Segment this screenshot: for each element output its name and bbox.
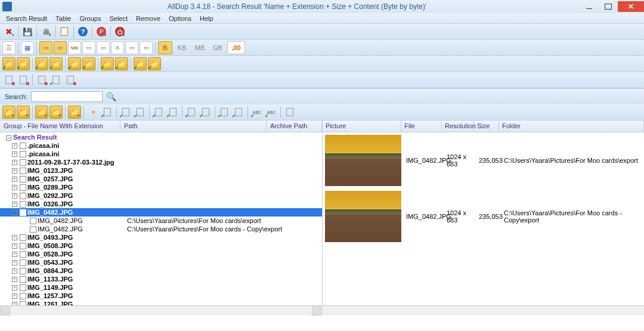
unit-b-button[interactable]: B bbox=[158, 41, 172, 54]
remove-btn-4[interactable]: ✔ bbox=[49, 73, 63, 86]
hdr-size[interactable]: Size bbox=[474, 120, 499, 132]
sel-btn-4[interactable]: 📁 bbox=[49, 106, 63, 119]
sel-page-5[interactable]: ✔ bbox=[166, 106, 179, 119]
unit-kb-button[interactable]: KB bbox=[174, 41, 190, 54]
expand-icon[interactable]: + bbox=[12, 293, 17, 299]
tree-group[interactable]: +IMG_0123.JPG bbox=[0, 166, 322, 175]
tree-group[interactable]: +IMG_0508.JPG bbox=[0, 242, 322, 250]
collapse-icon[interactable]: − bbox=[12, 210, 17, 215]
expand-icon[interactable]: + bbox=[12, 160, 17, 165]
expand-icon[interactable]: + bbox=[12, 185, 17, 190]
menu-search-result[interactable]: Search Result bbox=[2, 14, 51, 23]
scroll-right-button[interactable] bbox=[312, 307, 322, 315]
power-button[interactable]: ⏻ bbox=[113, 25, 126, 38]
expand-icon[interactable]: + bbox=[12, 168, 17, 174]
h-scrollbar[interactable] bbox=[0, 305, 644, 315]
checkbox[interactable] bbox=[20, 276, 26, 283]
help-button[interactable]: ? bbox=[76, 25, 89, 38]
expand-icon[interactable]: + bbox=[12, 252, 17, 257]
folder-btn-9[interactable]: 📁✔ bbox=[134, 57, 147, 70]
checkbox[interactable] bbox=[20, 201, 26, 208]
tree-group[interactable]: +IMG_1257.JPG bbox=[0, 292, 322, 300]
expand-icon[interactable]: + bbox=[12, 302, 17, 306]
col-a-button[interactable]: A bbox=[111, 41, 124, 54]
remove-btn-1[interactable]: ✖ bbox=[2, 73, 16, 86]
expand-icon[interactable]: + bbox=[12, 285, 17, 290]
checkbox[interactable] bbox=[20, 243, 26, 249]
sel-page-2[interactable]: ✔ bbox=[119, 106, 132, 119]
detail-row[interactable]: IMG_0482.JPG1024 x 683235,053C:\Users\Ya… bbox=[323, 188, 644, 245]
col-mb-button[interactable]: MB bbox=[68, 41, 81, 54]
tree-group[interactable]: +IMG_1261.JPG bbox=[0, 300, 322, 305]
col-btn-5[interactable]: ▭ bbox=[97, 41, 110, 54]
save-button[interactable]: 💾 bbox=[21, 25, 34, 38]
sel-btn-1[interactable]: 📁 bbox=[2, 106, 16, 119]
col-btn-1[interactable]: ▭ bbox=[39, 41, 52, 54]
pinterest-button[interactable]: P bbox=[95, 25, 108, 38]
folder-btn-4[interactable]: 📁✔ bbox=[49, 57, 63, 70]
col-btn-8[interactable]: ▭ bbox=[140, 41, 153, 54]
tree-group[interactable]: +IMG_0528.JPG bbox=[0, 250, 322, 258]
tree-group[interactable]: +IMG_1133.JPG bbox=[0, 275, 322, 283]
tree-group[interactable]: +IMG_0257.JPG bbox=[0, 175, 322, 183]
tree-group[interactable]: +IMG_0884.JPG bbox=[0, 267, 322, 275]
sel-page-7[interactable]: ✔ bbox=[199, 106, 212, 119]
tree-group[interactable]: +IMG_0543.JPG bbox=[0, 258, 322, 267]
unit-mb-button[interactable]: MB bbox=[191, 41, 208, 54]
tree-file[interactable]: IMG_0482.JPGC:\Users\Yaara\Pictures\For … bbox=[0, 225, 322, 233]
folder-btn-3[interactable]: 📁✔ bbox=[35, 57, 48, 70]
expand-icon[interactable]: + bbox=[12, 243, 17, 249]
delete-button[interactable]: ✖ bbox=[2, 25, 16, 38]
sel-page-6[interactable]: ✔ bbox=[185, 106, 198, 119]
tree-group[interactable]: +IMG_0289.JPG bbox=[0, 183, 322, 191]
folder-btn-7[interactable]: 📁✔ bbox=[101, 57, 114, 70]
document-button[interactable] bbox=[58, 25, 71, 38]
col-btn-7[interactable]: ▭ bbox=[125, 41, 138, 54]
checkbox[interactable] bbox=[20, 251, 26, 258]
sel-btn-3[interactable]: 📁 bbox=[35, 106, 48, 119]
tree-group[interactable]: +IMG_0292.JPG bbox=[0, 191, 322, 200]
checkbox[interactable] bbox=[20, 159, 26, 166]
detail-row[interactable]: IMG_0482.JPG1024 x 683235,053C:\Users\Ya… bbox=[323, 132, 644, 188]
new-btn[interactable]: ✦ bbox=[86, 106, 100, 119]
sel-page-10[interactable] bbox=[283, 106, 296, 119]
remove-btn-5[interactable]: ✖ bbox=[64, 73, 77, 86]
menu-help[interactable]: Help bbox=[196, 14, 217, 23]
checkbox[interactable] bbox=[20, 176, 26, 182]
menu-remove[interactable]: Remove bbox=[132, 14, 164, 23]
checkbox[interactable] bbox=[20, 143, 26, 149]
sel-btn-5[interactable]: 📁 bbox=[68, 106, 81, 119]
expand-icon[interactable]: + bbox=[12, 235, 17, 240]
checkbox[interactable] bbox=[20, 184, 26, 191]
search-input[interactable] bbox=[31, 91, 103, 102]
tree-group[interactable]: +IMG_1149.JPG bbox=[0, 283, 322, 292]
menu-options[interactable]: Options bbox=[165, 14, 195, 23]
sel-abc-2[interactable]: ABC✔ bbox=[265, 106, 278, 119]
checkbox[interactable] bbox=[20, 268, 26, 274]
tree-group[interactable]: −IMG_0482.JPG bbox=[0, 208, 322, 216]
unit-decimal-button[interactable]: ,00 bbox=[227, 41, 245, 54]
maximize-button[interactable] bbox=[599, 1, 618, 12]
hdr-resolution[interactable]: Resolution bbox=[442, 120, 474, 132]
col-path[interactable]: Path bbox=[120, 120, 267, 132]
sel-page-3[interactable]: ✔ bbox=[134, 106, 147, 119]
folder-btn-8[interactable]: 📁✔ bbox=[115, 57, 128, 70]
tree-group[interactable]: +.picasa.ini bbox=[0, 150, 322, 158]
tree-group[interactable]: +.picasa.ini bbox=[0, 141, 322, 150]
tree-group[interactable]: +IMG_0493.JPG bbox=[0, 233, 322, 242]
menu-table[interactable]: Table bbox=[52, 14, 75, 23]
menu-select[interactable]: Select bbox=[106, 14, 131, 23]
expand-icon[interactable]: + bbox=[12, 260, 17, 265]
checkbox[interactable] bbox=[30, 226, 36, 233]
folder-btn-10[interactable]: 📁✔ bbox=[148, 57, 161, 70]
sel-abc-1[interactable]: ABC✔ bbox=[250, 106, 264, 119]
hdr-picture[interactable]: Picture bbox=[323, 120, 401, 132]
minimize-button[interactable] bbox=[580, 1, 599, 12]
checkbox[interactable] bbox=[20, 151, 26, 157]
search-icon[interactable]: 🔍 bbox=[106, 92, 116, 101]
print-button[interactable]: 🖶 bbox=[39, 25, 52, 38]
col-group[interactable]: Group - File Name With Extension bbox=[0, 120, 120, 132]
detail-panel[interactable]: Picture File Resolution Size Folder IMG_… bbox=[322, 120, 644, 305]
checkbox[interactable] bbox=[20, 209, 26, 216]
expand-icon[interactable]: + bbox=[12, 151, 17, 157]
